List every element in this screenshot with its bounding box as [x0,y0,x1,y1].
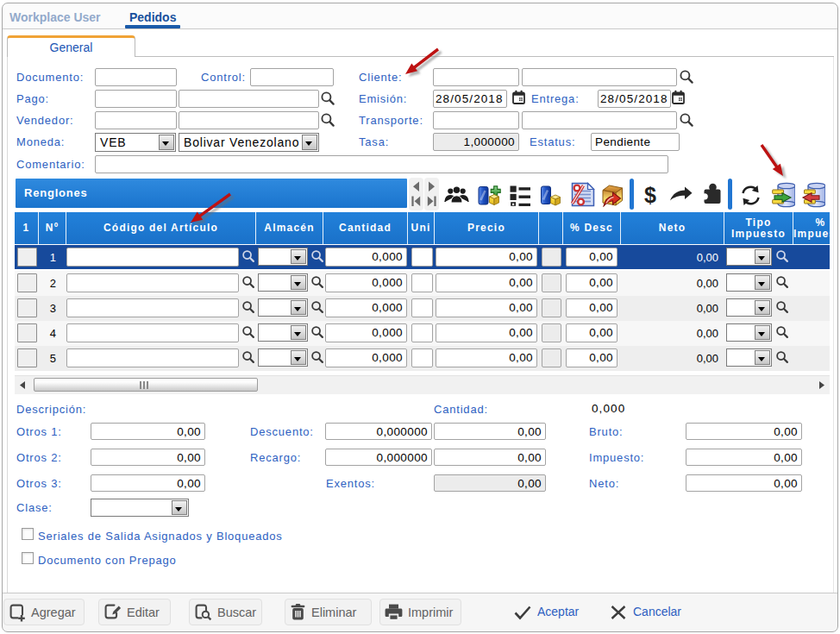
svg-text:$: $ [644,183,656,207]
